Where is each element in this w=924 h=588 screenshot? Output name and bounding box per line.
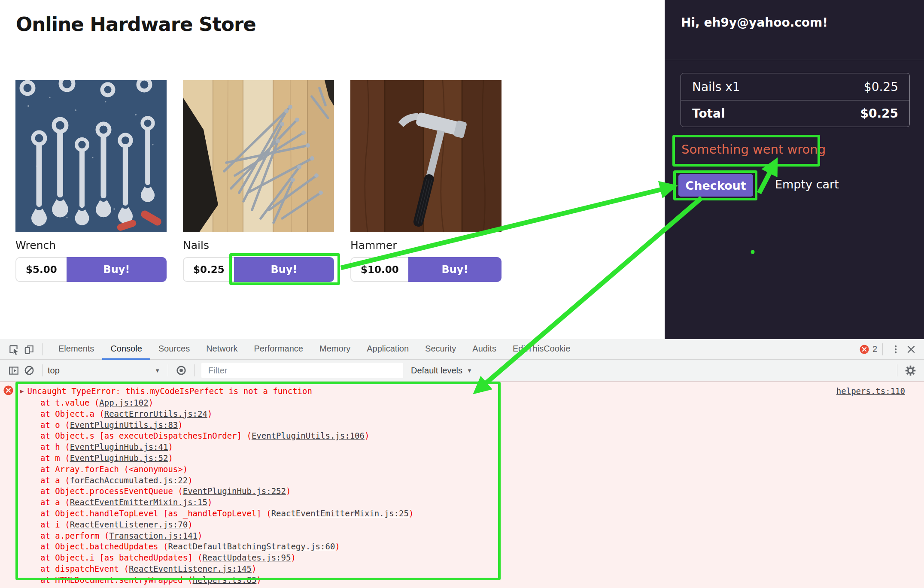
stack-source-link[interactable]: ReactDefaultBatchingStrategy.js:60 [168,542,335,551]
sidebar-header: Hi, eh9y@yahoo.com! [665,0,924,60]
stack-frame: at Object.i [as batchedUpdates] (ReactUp… [0,552,924,564]
stack-trace: at t.value (App.js:102) at Object.a (Rea… [0,397,924,586]
page-title: Online Hardware Store [0,0,665,36]
devtools-tab[interactable]: Performance [246,339,312,360]
price-label: $0.25 [183,257,234,282]
divider [168,364,168,376]
divider [42,343,43,355]
price-label: $10.00 [350,257,408,282]
devtools-tab[interactable]: Audits [464,339,505,360]
inspect-element-icon[interactable] [6,342,21,357]
devtools-tab[interactable]: Elements [50,339,102,360]
error-badge-icon [860,345,869,354]
cart-item-label: Nails x1 [692,80,740,94]
stack-source-link[interactable]: EventPluginHub.js:41 [70,442,168,452]
product-card-hammer: Hammer $10.00 Buy! [350,80,502,282]
divider [194,364,195,376]
stack-source-link[interactable]: ReactEventEmitterMixin.js:15 [70,497,207,507]
stack-source-link[interactable]: EventPluginUtils.js:83 [70,420,178,430]
price-row: $0.25 Buy! [183,257,334,282]
store-page: Online Hardware Store [0,0,665,339]
stack-frame: at Object.s [as executeDispatchesInOrder… [0,430,924,442]
buy-button-hammer[interactable]: Buy! [408,257,502,282]
stack-frame: at Object.handleTopLevel [as _handleTopL… [0,508,924,519]
log-levels-value: Default levels [411,366,462,376]
stack-frame: at o (EventPluginUtils.js:83) [0,420,924,431]
clear-console-icon[interactable] [21,363,37,378]
devtools-tab[interactable]: EditThisCookie [505,339,579,360]
devtools-tab[interactable]: Network [198,339,246,360]
chevron-down-icon: ▼ [155,367,160,374]
stack-source-link[interactable]: EventPluginUtils.js:106 [252,431,365,440]
source-link[interactable]: helpers.ts:110 [836,386,905,396]
devtools-panel: Elements Console Sources Network Perform… [0,339,924,588]
stack-source-link[interactable]: ReactErrorUtils.js:24 [104,409,207,418]
stack-source-link[interactable]: ReactEventListener.js:70 [70,520,188,529]
divider [882,343,883,355]
console-output: ▶ Uncaught TypeError: this.myCodeIsPerfe… [0,382,924,588]
stack-source-link[interactable]: App.js:102 [99,398,148,407]
stack-frame: at h (EventPluginHub.js:41) [0,442,924,453]
cart-total-label: Total [692,106,725,121]
stack-source-link[interactable]: ReactUpdates.js:95 [203,553,291,562]
log-levels-select[interactable]: Default levels ▼ [411,366,472,376]
product-card-nails: Nails $0.25 Buy! [183,80,334,282]
stack-source-link[interactable]: helpers.ts:85 [193,575,257,585]
context-value: top [48,366,60,376]
stack-frame: at Object.batchedUpdates (ReactDefaultBa… [0,541,924,552]
buy-button-nails[interactable]: Buy! [234,257,334,282]
tabbar-right-controls: 2 [860,342,919,357]
settings-gear-icon[interactable] [903,363,918,378]
price-row: $10.00 Buy! [350,257,502,282]
kebab-menu-icon[interactable] [888,342,903,357]
expand-triangle-icon[interactable]: ▶ [20,388,24,394]
javascript-context-select[interactable]: top ▼ [48,366,163,376]
devtools-tabbar: Elements Console Sources Network Perform… [0,339,924,360]
user-greeting: Hi, eh9y@yahoo.com! [665,0,924,30]
live-expression-eye-icon[interactable] [173,363,189,378]
console-toolbar: top ▼ Default levels ▼ [0,360,924,382]
device-toolbar-icon[interactable] [21,342,37,357]
product-name: Nails [183,239,334,252]
hammer-product-image [350,80,502,232]
stack-frame: at m (EventPluginHub.js:52) [0,453,924,464]
cart-item-row: Nails x1 $0.25 [681,73,909,100]
cart-item-amount: $0.25 [864,80,898,94]
buy-button-wrench[interactable]: Buy! [67,257,167,282]
stack-source-link[interactable]: Transaction.js:141 [109,531,198,540]
stack-frame: at a.perform (Transaction.js:141) [0,530,924,542]
stack-source-link[interactable]: ReactEventEmitterMixin.js:25 [271,509,409,518]
devtools-tab[interactable]: Sources [150,339,198,360]
stack-frame: at a (forEachAccumulated.js:22) [0,475,924,486]
cart-sidebar: Hi, eh9y@yahoo.com! Nails x1 $0.25 Total… [665,0,924,339]
wrench-product-image [15,80,167,232]
devtools-tab[interactable]: Memory [311,339,359,360]
console-error-row: ▶ Uncaught TypeError: this.myCodeIsPerfe… [0,382,924,397]
stack-source-link[interactable]: EventPluginHub.js:52 [70,453,168,463]
chevron-down-icon: ▼ [467,367,472,374]
devtools-tab[interactable]: Application [359,339,417,360]
divider [42,364,43,376]
product-name: Wrench [15,239,167,252]
stack-source-link[interactable]: forEachAccumulated.js:22 [70,476,188,485]
product-list: Wrench $5.00 Buy! [15,80,502,282]
empty-cart-link[interactable]: Empty cart [775,178,839,191]
checkout-button[interactable]: Checkout [678,174,753,197]
stack-frame: at i (ReactEventListener.js:70) [0,519,924,530]
store-header: Online Hardware Store [0,0,665,59]
console-filter-input[interactable] [201,363,403,378]
console-error-count[interactable]: 2 [860,344,877,354]
stack-frame: at Array.forEach (<anonymous>) [0,464,924,475]
stack-source-link[interactable]: ReactEventListener.js:145 [129,564,252,573]
nails-product-image [183,80,334,232]
stack-frame: at HTMLDocument.sentryWrapped (helpers.t… [0,575,924,586]
stack-frame: at a (ReactEventEmitterMixin.js:15) [0,497,924,508]
devtools-tab[interactable]: Console [102,339,150,360]
error-circle-icon [3,385,13,397]
console-sidebar-toggle-icon[interactable] [6,363,21,378]
divider [897,364,897,376]
product-name: Hammer [350,239,502,252]
stack-source-link[interactable]: EventPluginHub.js:252 [183,486,286,496]
close-devtools-icon[interactable] [903,342,919,357]
devtools-tab[interactable]: Security [417,339,464,360]
